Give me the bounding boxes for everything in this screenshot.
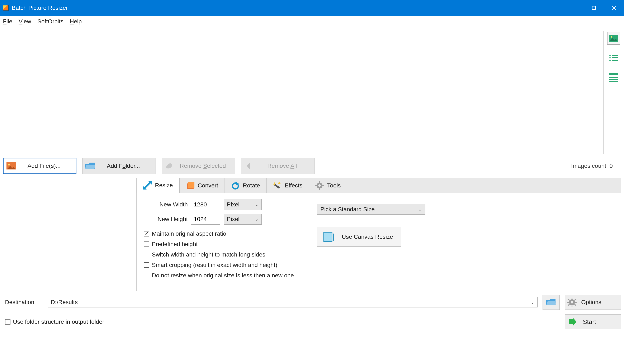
predefined-height-checkbox[interactable] — [144, 242, 149, 247]
add-files-icon — [6, 162, 16, 170]
use-folder-structure-label: Use folder structure in output folder — [13, 318, 104, 325]
add-files-button[interactable]: Add File(s)... — [3, 158, 77, 174]
svg-point-8 — [609, 55, 611, 56]
use-folder-structure-checkbox[interactable] — [5, 319, 10, 325]
folder-icon — [85, 162, 95, 170]
tab-convert[interactable]: Convert — [180, 178, 225, 193]
new-width-input[interactable] — [191, 199, 220, 210]
height-unit-select[interactable]: Pixel⌄ — [224, 214, 262, 225]
view-details-button[interactable] — [607, 71, 620, 84]
app-icon — [3, 5, 9, 11]
browse-destination-button[interactable] — [543, 295, 560, 310]
remove-all-button[interactable]: Remove All — [241, 158, 314, 174]
destination-value: D:\Results — [51, 299, 78, 306]
start-arrow-icon — [568, 317, 577, 326]
tab-body-resize: New Width Pixel⌄ New Height Pixel⌄ ✓ Mai… — [137, 193, 621, 291]
smart-crop-label: Smart cropping (result in exact width an… — [152, 262, 277, 268]
chevron-down-icon: ⌄ — [255, 202, 259, 207]
start-button[interactable]: Start — [565, 314, 621, 329]
menu-file[interactable]: File — [3, 18, 12, 25]
maintain-ratio-checkbox[interactable]: ✓ — [144, 231, 149, 237]
switch-sides-label: Switch width and height to match long si… — [152, 251, 265, 258]
effects-icon — [273, 181, 281, 190]
gear-icon — [567, 298, 577, 307]
close-button[interactable] — [604, 0, 624, 16]
svg-point-44 — [571, 301, 573, 303]
maximize-button[interactable] — [584, 0, 604, 16]
tab-tools[interactable]: Tools — [309, 178, 347, 193]
svg-marker-24 — [247, 163, 250, 169]
svg-rect-39 — [315, 185, 317, 186]
maintain-ratio-label: Maintain original aspect ratio — [152, 230, 226, 237]
new-width-label: New Width — [144, 201, 188, 208]
smart-crop-checkbox[interactable] — [144, 262, 149, 268]
view-list-button[interactable] — [607, 51, 620, 64]
svg-marker-33 — [278, 181, 281, 184]
canvas-resize-button[interactable]: Use Canvas Resize — [317, 227, 401, 247]
no-upscale-label: Do not resize when original size is less… — [152, 272, 294, 279]
remove-selected-button[interactable]: Remove Selected — [162, 158, 235, 174]
width-unit-select[interactable]: Pixel⌄ — [224, 199, 262, 210]
eraser-icon — [165, 162, 174, 170]
resize-icon — [143, 181, 152, 190]
destination-combobox[interactable]: D:\Results ⌄ — [48, 297, 538, 307]
svg-rect-46 — [572, 305, 572, 307]
view-thumbnails-button[interactable] — [607, 32, 620, 45]
svg-rect-40 — [322, 185, 324, 186]
svg-point-5 — [611, 36, 612, 38]
svg-rect-1 — [592, 6, 596, 10]
image-icon — [609, 35, 618, 42]
svg-point-36 — [318, 184, 321, 187]
add-files-label: Add File(s)... — [19, 163, 76, 169]
svg-rect-38 — [319, 188, 320, 190]
tab-effects[interactable]: Effects — [266, 178, 309, 193]
svg-rect-11 — [612, 57, 618, 58]
svg-rect-50 — [574, 304, 576, 306]
tab-rotate[interactable]: Rotate — [225, 178, 267, 193]
remove-selected-label: Remove Selected — [177, 163, 235, 169]
menu-softorbits[interactable]: SoftOrbits — [37, 18, 63, 25]
tools-icon — [315, 181, 324, 190]
list-icon — [609, 54, 618, 62]
svg-rect-37 — [319, 181, 320, 183]
new-height-label: New Height — [144, 216, 188, 222]
back-arrow-icon — [246, 162, 252, 170]
svg-rect-14 — [609, 73, 618, 75]
tab-resize[interactable]: Resize — [137, 178, 180, 193]
destination-label: Destination — [5, 299, 43, 306]
svg-rect-51 — [574, 299, 576, 301]
svg-rect-29 — [188, 182, 194, 188]
no-upscale-checkbox[interactable] — [144, 273, 149, 278]
images-count-label: Images count: 0 — [571, 163, 621, 169]
new-height-input[interactable] — [191, 214, 220, 225]
menu-bar: File View SoftOrbits Help — [0, 16, 624, 27]
left-panel — [3, 178, 137, 291]
convert-icon — [186, 181, 194, 190]
canvas-icon — [323, 231, 335, 243]
svg-rect-49 — [568, 299, 570, 301]
rotate-icon — [231, 181, 239, 190]
svg-point-10 — [609, 57, 611, 58]
folder-open-icon — [546, 298, 556, 306]
svg-rect-41 — [324, 232, 332, 242]
image-list-panel[interactable] — [3, 31, 604, 154]
options-button[interactable]: Options — [565, 295, 621, 310]
add-folder-button[interactable]: Add Folder... — [82, 158, 156, 174]
menu-help[interactable]: Help — [70, 18, 82, 25]
svg-rect-9 — [612, 55, 618, 56]
svg-marker-53 — [569, 318, 577, 326]
minimize-button[interactable] — [564, 0, 584, 16]
svg-rect-34 — [274, 184, 280, 189]
svg-rect-47 — [567, 302, 570, 303]
add-folder-label: Add Folder... — [98, 163, 156, 169]
chevron-down-icon: ⌄ — [255, 217, 259, 222]
chevron-down-icon: ⌄ — [418, 207, 422, 212]
predefined-height-label: Predefined height — [152, 241, 198, 247]
standard-size-select[interactable]: Pick a Standard Size ⌄ — [317, 204, 425, 215]
remove-all-label: Remove All — [256, 163, 314, 169]
svg-rect-13 — [612, 60, 618, 61]
title-bar: Batch Picture Resizer — [0, 0, 624, 16]
switch-sides-checkbox[interactable] — [144, 252, 149, 257]
menu-view[interactable]: View — [19, 18, 31, 25]
window-title: Batch Picture Resizer — [12, 5, 68, 11]
